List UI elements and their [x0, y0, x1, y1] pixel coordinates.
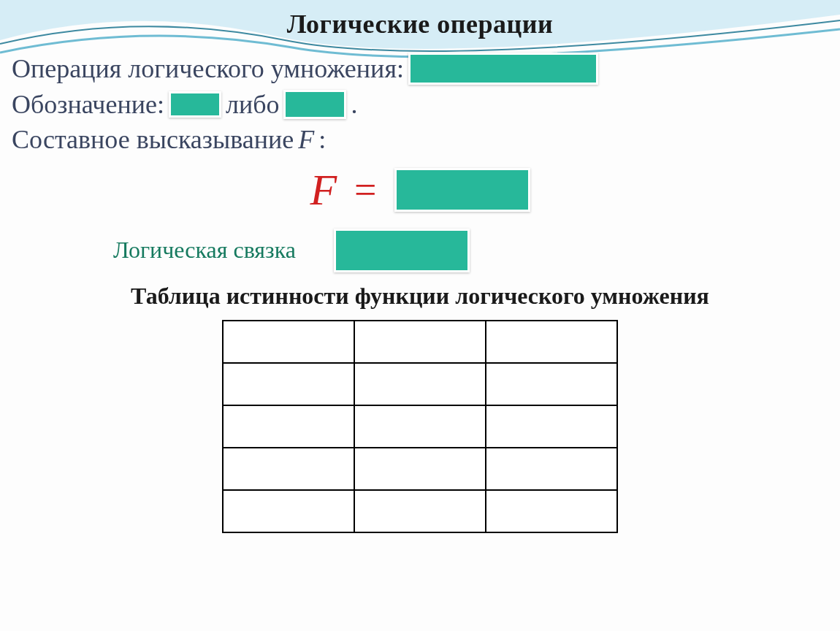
- table-row: [223, 363, 617, 405]
- table-cell: [354, 405, 486, 448]
- slide-content: Логические операции Операция логического…: [0, 0, 840, 533]
- table-row: [223, 448, 617, 490]
- equation-rhs-stack: [394, 168, 530, 212]
- connective-answer-placeholder: [334, 229, 470, 272]
- table-cell: [486, 490, 617, 532]
- table-cell: [223, 448, 354, 490]
- compound-variable: F: [298, 122, 314, 158]
- notation-symbol-1-placeholder: [169, 91, 221, 118]
- equals-sign: =: [354, 167, 376, 213]
- table-cell: [354, 490, 486, 532]
- operation-line: Операция логического умножения:: [0, 51, 840, 87]
- compound-label: Составное высказывание: [12, 122, 294, 158]
- table-row: [223, 490, 617, 532]
- table-cell: [223, 363, 354, 405]
- equation-rhs-placeholder: [394, 168, 530, 212]
- table-cell: [223, 321, 354, 363]
- table-row: [223, 321, 617, 363]
- notation-symbol-2-placeholder: [283, 90, 346, 119]
- table-cell: [223, 490, 354, 532]
- connective-row: Логическая связка: [0, 229, 840, 272]
- table-cell: [486, 448, 617, 490]
- table-cell: [486, 405, 617, 448]
- table-cell: [354, 321, 486, 363]
- table-cell: [354, 363, 486, 405]
- notation-line: Обозначение: либо .: [0, 87, 840, 123]
- table-cell: [223, 405, 354, 448]
- connective-label: Логическая связка: [113, 237, 296, 264]
- notation-separator: либо: [226, 87, 280, 123]
- operation-label: Операция логического умножения:: [12, 51, 404, 87]
- notation-prefix: Обозначение:: [12, 87, 164, 123]
- truth-table: [222, 320, 618, 533]
- table-cell: [354, 448, 486, 490]
- equation-row: F =: [0, 165, 840, 215]
- table-title: Таблица истинности функции логического у…: [0, 283, 840, 310]
- equation-lhs: F: [310, 165, 337, 215]
- table-cell: [486, 321, 617, 363]
- slide-title: Логические операции: [0, 9, 840, 39]
- table-row: [223, 405, 617, 448]
- operation-answer-placeholder: [408, 53, 598, 85]
- compound-line: Составное высказывание F:: [0, 122, 840, 158]
- table-cell: [486, 363, 617, 405]
- compound-suffix: :: [318, 122, 326, 158]
- notation-suffix: .: [351, 87, 357, 123]
